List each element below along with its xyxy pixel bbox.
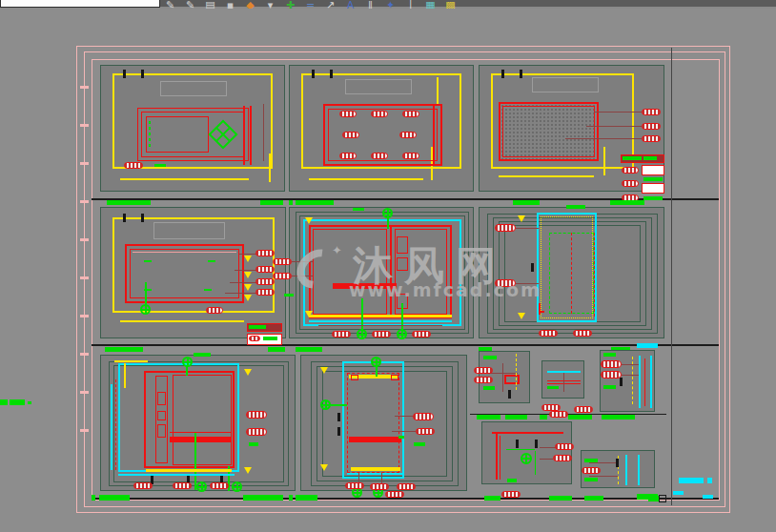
red-box	[391, 375, 398, 380]
label-tag	[416, 428, 435, 435]
star-icon[interactable]: ✦	[383, 0, 398, 9]
title-block-box	[659, 495, 666, 502]
label-tag	[339, 111, 357, 117]
layer-icon[interactable]: ▾	[263, 0, 277, 9]
red-frame	[502, 106, 595, 157]
title-bar	[289, 200, 293, 205]
label-tag	[345, 482, 364, 489]
drawing-canvas[interactable]: ✦ 沐风网 www.mfcad.com	[0, 10, 776, 532]
block-icon[interactable]: ▪	[223, 0, 237, 9]
panel-elevation-1[interactable]	[289, 207, 474, 338]
label-tag	[622, 180, 639, 187]
green-bar	[603, 353, 616, 357]
panel-ceiling-plan-2[interactable]	[289, 65, 474, 192]
green-bar	[414, 442, 425, 446]
red-line	[500, 436, 500, 480]
label-tag	[273, 273, 292, 279]
margin-mark	[80, 86, 89, 89]
label-tag	[642, 109, 661, 115]
label-tag	[399, 132, 417, 138]
label-tag	[501, 491, 521, 498]
label-tag	[173, 482, 192, 489]
green-mark	[398, 436, 404, 439]
dim-tick	[337, 413, 340, 421]
cad-window: ✎✎▤▪◆▾✚═↗A‖✦│▦▩	[0, 0, 776, 532]
save-icon[interactable]: ▤	[203, 0, 217, 9]
red-frame	[173, 375, 232, 465]
osnap-icon[interactable]: ◆	[243, 0, 257, 9]
yellow-arrow	[244, 256, 252, 266]
title-bar	[610, 200, 644, 205]
panel-detail-3[interactable]	[600, 350, 655, 412]
polyline-icon[interactable]: ✎	[183, 0, 197, 9]
cyan-line	[111, 384, 112, 470]
dim-tick	[123, 214, 126, 222]
label-tag	[601, 371, 622, 379]
red-line	[250, 106, 252, 165]
edit-icon[interactable]: ✎	[163, 0, 177, 9]
leader-line	[586, 126, 642, 127]
red-line	[243, 106, 245, 165]
sheet-divider	[92, 498, 719, 500]
margin-mark	[80, 200, 89, 203]
panel-ceiling-plan-3[interactable]	[100, 207, 286, 338]
label-tag	[370, 483, 389, 490]
panel-detail-5[interactable]	[581, 450, 655, 488]
label-tag	[372, 331, 391, 338]
green-marker	[521, 453, 532, 464]
cursor-icon[interactable]: │	[403, 0, 418, 9]
title-bar	[513, 200, 540, 205]
dim-tick	[337, 427, 340, 436]
columns-icon[interactable]: ‖	[363, 0, 378, 9]
yellow-line	[124, 363, 126, 388]
label-tag	[474, 377, 493, 383]
title-bar	[92, 495, 95, 501]
red-bar	[349, 437, 401, 442]
pink-line	[133, 252, 236, 253]
green-bar	[249, 442, 258, 446]
sheet-margin-line	[671, 48, 672, 505]
green-marker	[232, 481, 242, 492]
label-tag	[246, 428, 267, 436]
cyan-line	[347, 473, 404, 475]
yellow-line	[603, 147, 605, 175]
panel-detail-2[interactable]	[541, 360, 584, 399]
panel-plan-detail[interactable]	[479, 207, 664, 338]
cell-icon[interactable]: ▩	[443, 0, 458, 9]
label-tag	[124, 162, 143, 169]
legend-cell	[642, 165, 664, 175]
red-box	[351, 375, 358, 380]
text-icon[interactable]: A	[343, 0, 357, 9]
panel-floor-plan[interactable]	[479, 65, 664, 192]
green-bar	[154, 164, 166, 167]
leader-line	[622, 364, 639, 365]
green-bar	[284, 294, 294, 297]
label-tag	[574, 406, 593, 413]
legend-table	[621, 154, 664, 202]
red-dashed-line	[115, 379, 116, 470]
green-note	[204, 289, 212, 291]
panel-elevation-2[interactable]	[100, 355, 296, 491]
command-input[interactable]	[0, 0, 160, 8]
yellow-band	[309, 315, 452, 317]
yellow-line	[269, 153, 271, 182]
panel-ceiling-plan-1[interactable]	[100, 65, 285, 192]
label-tag	[549, 411, 568, 418]
red-line	[433, 104, 435, 166]
measure-icon[interactable]: ═	[303, 0, 317, 9]
red-box	[504, 375, 520, 384]
leader-line	[292, 261, 313, 262]
table-icon[interactable]: ▦	[423, 0, 438, 9]
check-icon[interactable]: ✚	[283, 0, 297, 9]
panel-detail-1[interactable]	[479, 351, 530, 403]
green-marker	[140, 304, 151, 315]
red-mark	[539, 303, 541, 315]
panel-section[interactable]	[300, 355, 467, 491]
green-bar	[566, 205, 585, 209]
green-bar	[643, 177, 663, 181]
label-tag	[412, 331, 431, 338]
panel-detail-4[interactable]	[481, 421, 572, 484]
title-bar	[484, 496, 500, 501]
arrow-icon[interactable]: ↗	[323, 0, 337, 9]
red-line	[492, 432, 563, 434]
